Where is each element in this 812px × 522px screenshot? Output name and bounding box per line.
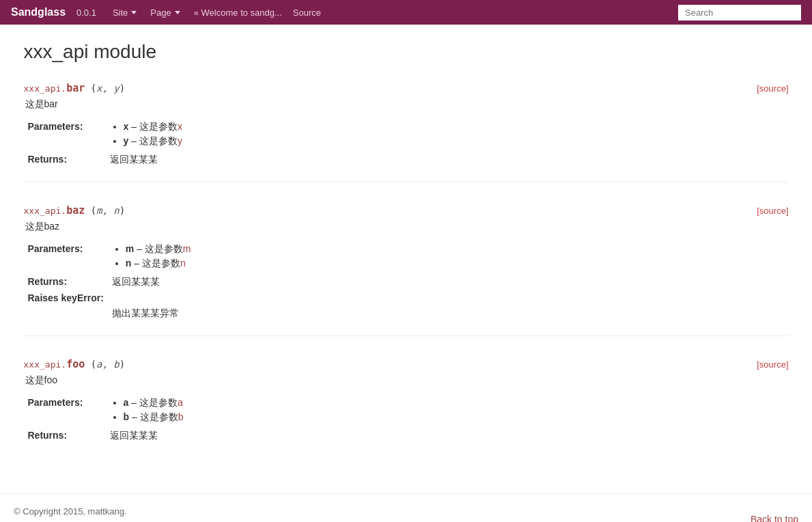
- back-to-top-link[interactable]: Back to top: [751, 514, 798, 522]
- returns-label-foo: Returns:: [24, 428, 106, 444]
- api-name-foo: foo: [66, 358, 85, 370]
- api-name-bar: bar: [66, 82, 85, 94]
- returns-value-bar: 返回某某某: [106, 152, 789, 168]
- search-input[interactable]: [678, 5, 801, 20]
- source-link-baz[interactable]: [source]: [757, 206, 788, 216]
- param-link[interactable]: n: [180, 258, 186, 269]
- param-label-foo: Parameters:: [24, 395, 106, 428]
- entry-divider: [24, 182, 789, 182]
- param-label-baz: Parameters:: [24, 241, 108, 274]
- main-content: xxx_api module xxx_api.bar (x, y)[source…: [10, 25, 802, 493]
- list-item: b – 这是参数b: [124, 411, 785, 424]
- returns-row-bar: Returns:返回某某某: [24, 152, 789, 168]
- param-link[interactable]: x: [178, 121, 182, 132]
- nav-source-link[interactable]: Source: [293, 8, 321, 18]
- source-link-foo[interactable]: [source]: [757, 359, 788, 370]
- api-table-foo: Parameters:a – 这是参数ab – 这是参数bReturns:返回某…: [24, 395, 789, 444]
- list-item: x – 这是参数x: [124, 121, 785, 133]
- param-link[interactable]: a: [178, 397, 183, 408]
- nav-prev-link[interactable]: « Welcome to sandg...: [191, 8, 285, 18]
- param-cell-foo: a – 这是参数ab – 这是参数b: [106, 395, 789, 428]
- api-params-bar: x, y: [96, 83, 120, 94]
- returns-label-bar: Returns:: [24, 152, 106, 168]
- source-link-bar[interactable]: [source]: [757, 83, 788, 94]
- api-entries: xxx_api.bar (x, y)[source]这是barParameter…: [24, 82, 789, 444]
- param-cell-bar: x – 这是参数xy – 这是参数y: [106, 119, 789, 152]
- param-name: m: [126, 243, 134, 254]
- param-name: b: [124, 411, 130, 422]
- api-desc-bar: 这是bar: [25, 98, 789, 111]
- returns-value-foo: 返回某某某: [106, 428, 789, 444]
- entry-divider: [24, 335, 789, 336]
- api-module-bar: xxx_api.: [24, 83, 67, 94]
- raises-desc-row-baz: 抛出某某某异常: [24, 305, 789, 322]
- param-label-bar: Parameters:: [24, 119, 106, 152]
- nav-page-dropdown[interactable]: Page: [148, 8, 182, 18]
- api-params-baz: m, n: [96, 205, 120, 216]
- raises-label-baz: Raises keyError:: [24, 290, 108, 305]
- param-row-bar: Parameters:x – 这是参数xy – 这是参数y: [24, 119, 789, 152]
- returns-value-baz: 返回某某某: [108, 274, 789, 290]
- raises-desc-baz: 抛出某某某异常: [108, 305, 789, 322]
- list-item: m – 这是参数m: [126, 243, 785, 256]
- nav-site-dropdown[interactable]: Site: [110, 8, 139, 18]
- page-title: xxx_api module: [24, 41, 789, 63]
- raises-row-baz: Raises keyError:: [24, 290, 789, 305]
- api-name-baz: baz: [66, 204, 85, 217]
- api-params-foo: a, b: [96, 359, 120, 370]
- list-item: a – 这是参数a: [124, 397, 785, 409]
- api-desc-baz: 这是baz: [25, 221, 789, 233]
- created-using: Created using Sphinx 1.3.1 .: [14, 519, 127, 522]
- returns-row-foo: Returns:返回某某某: [24, 428, 789, 444]
- api-signature-foo: xxx_api.foo (a, b): [24, 358, 126, 370]
- api-signature-baz: xxx_api.baz (m, n): [24, 204, 126, 217]
- api-entry-foo: xxx_api.foo (a, b)[source]这是fooParameter…: [24, 358, 789, 444]
- returns-row-baz: Returns:返回某某某: [24, 274, 789, 290]
- param-row-foo: Parameters:a – 这是参数ab – 这是参数b: [24, 395, 789, 428]
- api-signature-row-baz: xxx_api.baz (m, n)[source]: [24, 204, 789, 217]
- footer: © Copyright 2015, mattkang. Created usin…: [0, 493, 812, 522]
- api-signature-row-foo: xxx_api.foo (a, b)[source]: [24, 358, 789, 370]
- api-module-foo: xxx_api.: [24, 359, 67, 370]
- footer-left: © Copyright 2015, mattkang. Created usin…: [14, 505, 127, 522]
- api-table-bar: Parameters:x – 这是参数xy – 这是参数yReturns:返回某…: [24, 119, 789, 168]
- param-row-baz: Parameters:m – 这是参数mn – 这是参数n: [24, 241, 789, 274]
- raises-cell-baz: [108, 290, 789, 305]
- site-caret-icon: [131, 11, 137, 14]
- nav-brand[interactable]: Sandglass: [11, 6, 66, 18]
- navbar: Sandglass 0.0.1 Site Page « Welcome to s…: [0, 0, 812, 25]
- api-table-baz: Parameters:m – 这是参数mn – 这是参数nReturns:返回某…: [24, 241, 789, 322]
- api-signature-row-bar: xxx_api.bar (x, y)[source]: [24, 82, 789, 94]
- copyright-text: © Copyright 2015, mattkang.: [14, 505, 127, 519]
- nav-version: 0.0.1: [76, 8, 96, 18]
- list-item: n – 这是参数n: [126, 258, 785, 270]
- param-link[interactable]: y: [178, 135, 182, 146]
- param-link[interactable]: b: [178, 411, 184, 422]
- api-entry-baz: xxx_api.baz (m, n)[source]这是bazParameter…: [24, 204, 789, 336]
- param-link[interactable]: m: [183, 243, 191, 254]
- list-item: y – 这是参数y: [124, 135, 785, 148]
- page-caret-icon: [175, 11, 180, 14]
- returns-label-baz: Returns:: [24, 274, 108, 290]
- param-cell-baz: m – 这是参数mn – 这是参数n: [108, 241, 789, 274]
- api-desc-foo: 这是foo: [25, 374, 789, 387]
- api-entry-bar: xxx_api.bar (x, y)[source]这是barParameter…: [24, 82, 789, 182]
- api-signature-bar: xxx_api.bar (x, y): [24, 82, 126, 94]
- api-module-baz: xxx_api.: [24, 206, 67, 216]
